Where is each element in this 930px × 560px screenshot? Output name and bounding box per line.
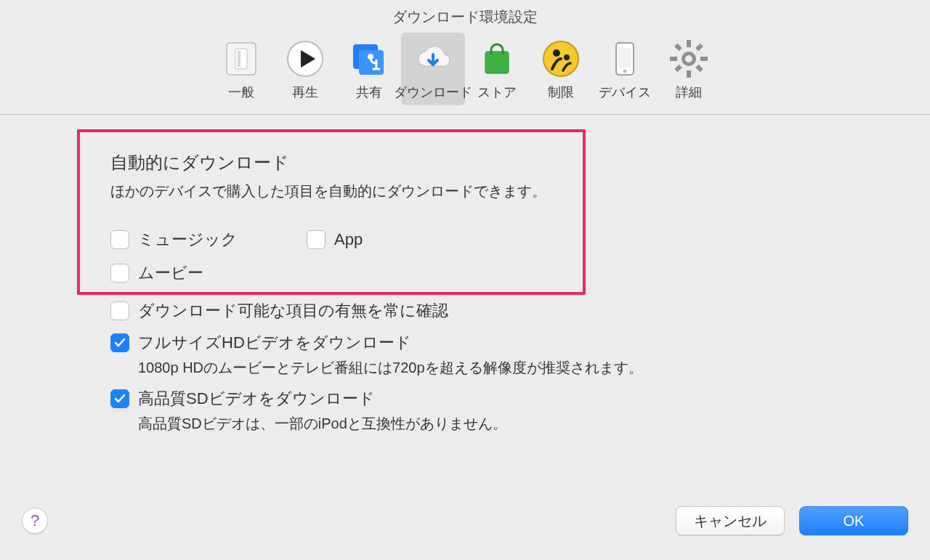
label-movies: ムービー — [138, 262, 203, 284]
checkbox-full-hd[interactable] — [110, 333, 129, 352]
general-icon — [221, 38, 262, 79]
tab-label: 共有 — [356, 84, 382, 101]
label-check-available: ダウンロード可能な項目の有無を常に確認 — [138, 300, 448, 322]
play-icon — [285, 38, 326, 79]
label-full-hd: フルサイズHDビデオをダウンロード — [138, 332, 411, 354]
store-icon — [477, 38, 517, 79]
label-hq-sd: 高品質SDビデオをダウンロード — [138, 388, 375, 410]
label-app: App — [334, 230, 363, 249]
hint-hq-sd: 高品質SDビデオは、一部のiPodと互換性がありません。 — [138, 414, 886, 434]
svg-rect-1 — [235, 49, 247, 69]
tab-devices[interactable]: デバイス — [593, 33, 657, 105]
tab-label: 詳細 — [676, 84, 702, 101]
svg-point-24 — [685, 55, 692, 62]
checkbox-check-available[interactable] — [110, 301, 129, 320]
svg-rect-20 — [674, 44, 682, 52]
tab-downloads[interactable]: ダウンロード — [401, 33, 465, 105]
checkbox-music[interactable] — [110, 230, 129, 249]
checkbox-movies[interactable] — [110, 264, 129, 283]
svg-rect-21 — [695, 65, 703, 73]
svg-rect-19 — [700, 57, 708, 61]
tab-label: 制限 — [548, 84, 574, 101]
svg-point-11 — [564, 54, 570, 60]
tab-restrictions[interactable]: 制限 — [529, 33, 593, 105]
cancel-button[interactable]: キャンセル — [676, 506, 785, 535]
sharing-icon — [349, 38, 389, 79]
tab-label: デバイス — [599, 84, 651, 101]
svg-rect-2 — [238, 51, 240, 67]
preferences-toolbar: 一般 再生 共有 ダウンロード ストア 制限 デバイス — [0, 27, 930, 115]
tab-general[interactable]: 一般 — [209, 33, 273, 105]
svg-rect-23 — [674, 65, 682, 73]
hint-full-hd: 1080p HDのムービーとテレビ番組には720pを超える解像度が推奨されます。 — [138, 358, 886, 378]
svg-rect-17 — [687, 70, 691, 78]
tab-advanced[interactable]: 詳細 — [657, 33, 721, 105]
device-icon — [604, 38, 645, 79]
window-title: ダウンロード環境設定 — [0, 0, 930, 27]
help-button[interactable]: ? — [22, 508, 48, 534]
gear-icon — [668, 38, 709, 79]
label-music: ミュージック — [138, 229, 238, 251]
svg-rect-22 — [695, 44, 703, 52]
svg-rect-16 — [687, 40, 691, 47]
tab-label: 一般 — [228, 84, 254, 101]
auto-download-subtitle: ほかのデバイスで購入した項目を自動的にダウンロードできます。 — [110, 182, 886, 201]
checkbox-hq-sd[interactable] — [110, 389, 129, 408]
svg-rect-18 — [670, 57, 677, 61]
tab-label: 再生 — [292, 84, 318, 101]
download-cloud-icon — [413, 38, 453, 79]
tab-sharing[interactable]: 共有 — [337, 33, 401, 105]
ok-button[interactable]: OK — [799, 506, 908, 535]
parental-icon — [541, 38, 581, 79]
svg-rect-13 — [618, 47, 631, 68]
svg-point-14 — [623, 70, 627, 73]
tab-label: ダウンロード — [394, 84, 472, 101]
dialog-footer: ? キャンセル OK — [0, 495, 930, 560]
svg-rect-8 — [485, 52, 509, 73]
tab-store[interactable]: ストア — [465, 33, 529, 105]
checkbox-app[interactable] — [307, 230, 326, 249]
auto-download-title: 自動的にダウンロード — [110, 151, 886, 174]
tab-playback[interactable]: 再生 — [273, 33, 337, 105]
tab-label: ストア — [477, 84, 517, 101]
svg-point-7 — [368, 54, 373, 60]
svg-point-10 — [553, 49, 560, 57]
